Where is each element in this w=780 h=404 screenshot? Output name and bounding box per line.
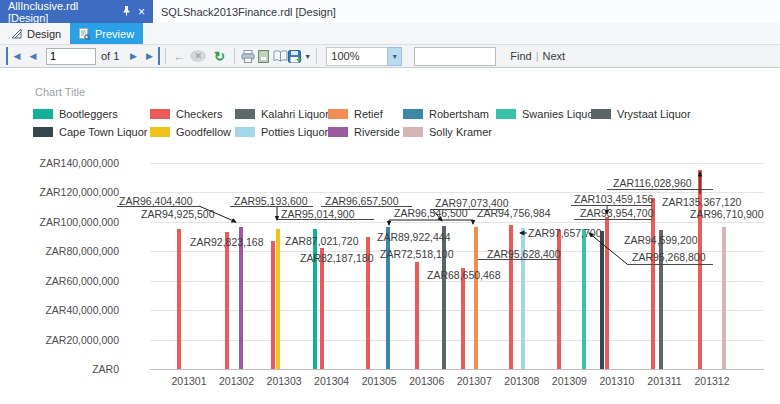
legend-item-checkers: Checkers [150, 108, 222, 120]
gridline [150, 163, 764, 164]
gridline [150, 192, 764, 193]
x-axis-label: 201312 [682, 375, 742, 387]
legend-label: Retief [354, 108, 383, 120]
legend-item-potties-liquor: Potties Liquor [235, 126, 328, 138]
refresh-button[interactable]: ↻ [211, 47, 227, 65]
data-label: ZAR92,823,168 [190, 236, 264, 248]
chart-bar-riverside-201302 [239, 227, 243, 369]
y-axis-label: ZAR100,000,000 [0, 216, 119, 228]
legend-item-vrystaat-liquor: Vrystaat Liquor [591, 108, 691, 120]
legend-item-robertsham: Robertsham [403, 108, 489, 120]
legend-item-swanies-liquor: Swanies Liquor [496, 108, 597, 120]
document-tab-bar: AllInclusive.rdl [Design] × SQLShack2013… [0, 0, 780, 24]
data-label: ZAR103,459,156 [574, 193, 653, 205]
close-icon[interactable]: × [138, 6, 145, 18]
legend-swatch [33, 109, 53, 119]
chart-bar-checkers-201311 [651, 198, 655, 369]
tab-allinclusive[interactable]: AllInclusive.rdl [Design] × [0, 0, 153, 23]
legend-label: Bootleggers [59, 108, 118, 120]
back-button[interactable]: ← [171, 47, 187, 65]
legend-label: Solly Kramer [429, 126, 492, 138]
toolbar-separator [234, 48, 235, 64]
data-label: ZAR89,922,444 [377, 231, 451, 243]
data-label-underline [117, 206, 199, 207]
find-input[interactable] [414, 47, 496, 66]
chart-bar-retief-201307 [474, 227, 478, 369]
print-button[interactable] [240, 47, 256, 65]
legend-item-kalahri-liquor: Kalahri Liquor [235, 108, 329, 120]
data-label: ZAR97,657,700 [528, 227, 602, 239]
zoom-dropdown-icon[interactable]: ▼ [387, 47, 402, 66]
tab-design-label: Design [27, 28, 61, 40]
tab-preview-label: Preview [95, 28, 134, 40]
data-label-underline [627, 264, 713, 265]
legend-item-retief: Retief [328, 108, 383, 120]
legend-label: Potties Liquor [261, 126, 328, 138]
tab-preview[interactable]: Preview [70, 23, 143, 44]
y-axis-label: ZAR20,000,000 [0, 334, 119, 346]
data-label: ZAR68,650,468 [427, 269, 501, 281]
pin-icon[interactable] [122, 6, 131, 18]
data-label-underline [574, 219, 652, 220]
chart-bar-goodfellow-201303 [276, 229, 280, 369]
data-label: ZAR72,518,100 [380, 248, 454, 260]
last-page-button[interactable]: ▶ [141, 47, 160, 65]
legend-item-riverside: Riverside [328, 126, 400, 138]
legend-label: Checkers [176, 108, 222, 120]
legend-swatch [591, 109, 611, 119]
legend-label: Robertsham [429, 108, 489, 120]
data-label: ZAR97,073,400 [435, 197, 509, 209]
data-label-underline [277, 219, 374, 220]
chart-bar-checkers-201308 [509, 225, 513, 369]
legend-item-bootleggers: Bootleggers [33, 108, 118, 120]
y-axis-label: ZAR80,000,000 [0, 245, 119, 257]
data-label: ZAR96,710,900 [690, 208, 764, 220]
page-setup-button[interactable] [272, 47, 288, 65]
chart-bar-checkers-201310 [605, 217, 609, 369]
preview-toolbar: ◀ ◀ of 1 ▶ ▶ ← ✕ ↻ ▼ 100% ▼ Find | Next [0, 44, 780, 68]
data-label: ZAR87,021,720 [285, 235, 359, 247]
legend-swatch [403, 127, 423, 137]
print-layout-button[interactable] [256, 47, 272, 65]
legend-swatch [328, 127, 348, 137]
gridline [150, 222, 764, 223]
data-label: ZAR94,925,500 [141, 208, 215, 220]
data-label-underline [478, 259, 560, 260]
zoom-value: 100% [326, 47, 387, 66]
chart-bar-checkers-201304 [320, 248, 324, 369]
data-label-underline [571, 205, 652, 206]
view-tab-bar: Design Preview [0, 23, 780, 44]
chart-bar-checkers-201303 [271, 241, 275, 369]
gridline [150, 369, 764, 370]
tab-design[interactable]: Design [2, 23, 70, 44]
tab-label: AllInclusive.rdl [Design] [8, 0, 115, 24]
next-page-button[interactable]: ▶ [125, 47, 141, 65]
legend-swatch [33, 127, 53, 137]
design-icon [11, 28, 22, 39]
chart-bar-solly-kramer-201312 [722, 227, 726, 369]
page-of-label: of 1 [101, 50, 119, 62]
legend-label: Cape Town Liquor [59, 126, 147, 138]
first-page-button[interactable]: ◀ [6, 47, 25, 65]
stop-button[interactable]: ✕ [190, 50, 206, 62]
legend-swatch [150, 109, 170, 119]
data-label: ZAR94,599,200 [624, 234, 698, 246]
find-button[interactable]: Find [506, 50, 535, 62]
chart-bar-checkers-201306 [415, 262, 419, 369]
zoom-combobox[interactable]: 100% ▼ [326, 47, 402, 66]
chart-bar-swanies-liquor-201309 [582, 229, 586, 369]
page-number-input[interactable] [46, 48, 96, 65]
legend-label: Goodfellow [176, 126, 231, 138]
next-button[interactable]: Next [539, 50, 570, 62]
data-label: ZAR116,028,960 [613, 177, 692, 189]
chart-bar-checkers-201301 [177, 229, 181, 369]
legend-label: Swanies Liquor [522, 108, 597, 120]
export-button[interactable]: ▼ [288, 47, 311, 65]
y-axis-label: ZAR40,000,000 [0, 304, 119, 316]
legend-swatch [328, 109, 348, 119]
legend-label: Vrystaat Liquor [617, 108, 691, 120]
data-label-underline [230, 206, 313, 207]
tab-sqlshack2013finance[interactable]: SQLShack2013Finance.rdl [Design] [153, 0, 344, 23]
preview-icon [79, 28, 90, 40]
previous-page-button[interactable]: ◀ [25, 47, 41, 65]
